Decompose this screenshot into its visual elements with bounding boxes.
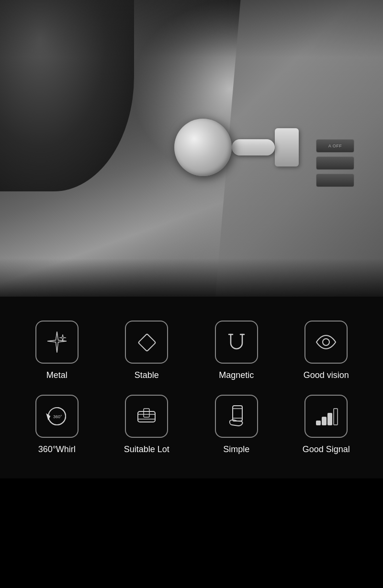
feature-icon-box-suitable (125, 395, 168, 438)
feature-360-whirl: 360° 360°Whirl (14, 395, 100, 455)
eye-icon (314, 330, 338, 355)
product-photo: A OFF (0, 0, 383, 297)
feature-icon-box-signal (304, 395, 348, 438)
car-button-3 (316, 174, 354, 187)
svg-rect-7 (138, 411, 155, 422)
features-section: Metal Stable Magnetic (0, 297, 383, 478)
feature-label-360-whirl: 360°Whirl (38, 444, 76, 455)
svg-rect-0 (138, 334, 156, 352)
svg-marker-5 (47, 414, 50, 419)
feature-label-magnetic: Magnetic (219, 370, 254, 380)
svg-text:360°: 360° (53, 414, 62, 419)
diamond-icon (134, 330, 159, 355)
car-button-label-1: A OFF (328, 144, 342, 148)
feature-icon-box-good-vision (304, 321, 348, 364)
features-grid: Metal Stable Magnetic (14, 321, 369, 455)
svg-rect-16 (328, 413, 332, 425)
feature-icon-box-metal (35, 321, 79, 364)
rotate-icon: 360° (45, 404, 69, 429)
svg-rect-14 (316, 421, 320, 425)
holder-assembly (174, 119, 232, 178)
feature-icon-box-simple (215, 395, 258, 438)
phone-hand-icon (224, 404, 249, 429)
svg-rect-10 (144, 409, 149, 417)
sparkle-icon (45, 330, 69, 355)
feature-label-good-signal: Good Signal (303, 444, 350, 455)
feature-label-simple: Simple (223, 444, 249, 455)
feature-stable: Stable (104, 321, 190, 380)
feature-label-stable: Stable (135, 370, 159, 380)
svg-point-3 (323, 339, 329, 345)
feature-magnetic: Magnetic (194, 321, 279, 380)
feature-good-signal: Good Signal (284, 395, 369, 455)
feature-simple: Simple (194, 395, 279, 455)
feature-label-metal: Metal (46, 370, 68, 380)
magnet-icon (224, 330, 249, 355)
feature-label-suitable-lot: Suitable Lot (124, 444, 169, 455)
feature-metal: Metal (14, 321, 100, 380)
car-button-2 (316, 156, 354, 170)
svg-rect-11 (233, 406, 242, 421)
svg-rect-17 (334, 409, 338, 425)
feature-icon-box-360: 360° (35, 395, 79, 438)
car-button-1: A OFF (316, 139, 354, 153)
feature-icon-box-magnetic (215, 321, 258, 364)
photo-blur-bottom (0, 258, 383, 297)
svg-rect-15 (322, 417, 326, 425)
phone-landscape-icon (134, 404, 159, 429)
feature-suitable-lot: Suitable Lot (104, 395, 190, 455)
feature-icon-box-stable (125, 321, 168, 364)
car-buttons-panel: A OFF (316, 139, 354, 187)
feature-label-good-vision: Good vision (304, 370, 349, 380)
signal-icon (314, 404, 338, 429)
photo-blur-top (0, 0, 383, 57)
vent-clip (275, 128, 299, 166)
feature-good-vision: Good vision (284, 321, 369, 380)
holder-arm (232, 139, 275, 155)
magnetic-disc (174, 119, 232, 176)
